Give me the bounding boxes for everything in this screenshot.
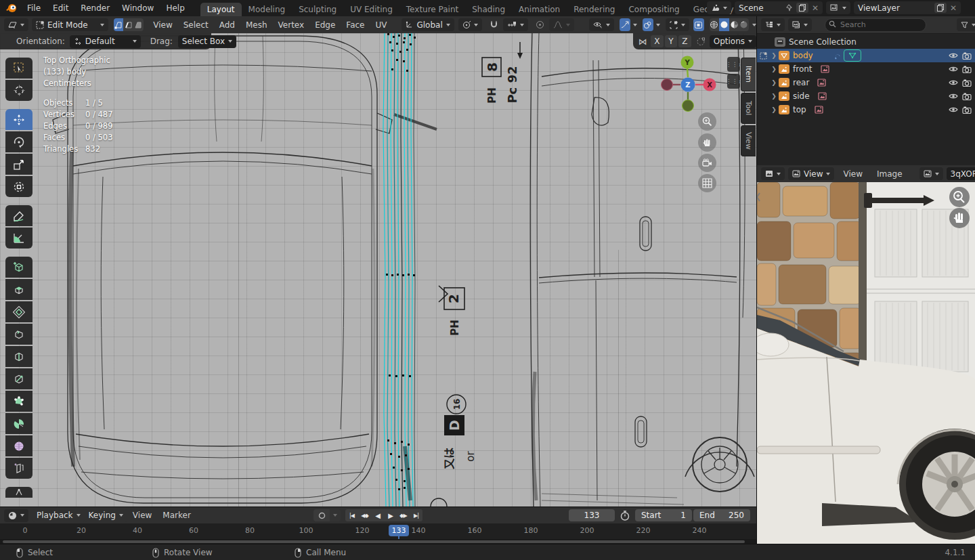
pan-view-button[interactable] [698, 133, 716, 152]
play-button[interactable]: ▶ [384, 509, 397, 521]
viewport-menu-uv[interactable]: UV [370, 20, 392, 30]
disable-render-camera-icon[interactable] [962, 52, 972, 60]
viewlayer-browse-dropdown[interactable] [826, 1, 850, 14]
image-menu-image[interactable]: Image [871, 169, 908, 179]
prev-keyframe-button[interactable]: ◀◆ [358, 509, 371, 521]
workspace-tab-compositing[interactable]: Compositing [622, 3, 686, 16]
proportional-editing-icon[interactable] [534, 20, 547, 29]
tool-bevel[interactable] [5, 324, 32, 345]
scene-browse-dropdown[interactable] [707, 1, 731, 14]
scene-name-field[interactable]: Scene ✕ [735, 1, 823, 14]
jump-to-start-button[interactable]: |◀ [345, 509, 358, 521]
menu-window[interactable]: Window [116, 0, 160, 16]
stopwatch-icon[interactable] [620, 511, 630, 521]
editor-type-dropdown[interactable] [4, 18, 28, 31]
image-editor-type-dropdown[interactable] [761, 167, 785, 180]
outliner-filter-images-dropdown[interactable] [788, 18, 812, 31]
xray-toggle[interactable] [693, 18, 704, 31]
tool-rip-region[interactable] [5, 458, 32, 479]
new-scene-icon[interactable] [796, 3, 808, 13]
outliner-row-body[interactable]: ❯ body [757, 49, 975, 62]
expand-arrow[interactable]: ❯ [769, 52, 779, 59]
shading-rendered-button[interactable] [739, 18, 749, 31]
image-data-icon[interactable] [817, 79, 826, 87]
viewport-menu-select[interactable]: Select [178, 20, 214, 30]
tool-move[interactable] [5, 109, 32, 130]
expand-arrow[interactable]: ❯ [769, 106, 779, 113]
menu-file[interactable]: File [21, 0, 47, 16]
tool-knife[interactable] [5, 368, 32, 389]
viewport-menu-view[interactable]: View [148, 20, 177, 30]
expand-arrow[interactable]: ❯ [769, 93, 779, 100]
snap-toggle-icon[interactable] [488, 20, 501, 29]
tool-spin[interactable] [5, 413, 32, 434]
tool-extrude-region[interactable] [5, 279, 32, 300]
search-input[interactable] [825, 18, 926, 32]
image-data-icon[interactable] [818, 92, 827, 100]
viewport-menu-edge[interactable]: Edge [309, 20, 341, 30]
mirror-z-button[interactable]: Z [678, 35, 691, 47]
mirror-y-button[interactable]: Y [665, 35, 678, 47]
orientation-dropdown[interactable]: Default [70, 35, 141, 48]
disable-render-camera-icon[interactable] [962, 79, 972, 87]
outliner-display-mode-dropdown[interactable] [761, 18, 785, 31]
drag-dropdown[interactable]: Select Box [178, 35, 236, 48]
sidebar-tab-item[interactable]: Item [741, 58, 756, 91]
disable-render-camera-icon[interactable] [962, 66, 972, 73]
gizmo-dropdown-caret[interactable] [633, 24, 637, 26]
new-viewlayer-icon[interactable] [934, 3, 947, 13]
auto-key-toggle[interactable] [313, 509, 330, 521]
zoom-view-button[interactable] [698, 112, 716, 131]
hide-eye-icon[interactable] [949, 93, 958, 100]
timeline-ruler[interactable]: 0 20 40 60 80 100 120 140 160 180 200 22… [0, 523, 756, 539]
viewport-menu-vertex[interactable]: Vertex [273, 20, 310, 30]
object-visibility-dropdown[interactable] [589, 18, 614, 31]
pin-icon[interactable] [786, 4, 793, 12]
vertex-select-mode-button[interactable] [114, 18, 124, 31]
hide-eye-icon[interactable] [949, 52, 958, 60]
tool-add-cube[interactable] [5, 257, 32, 278]
tool-poly-build[interactable] [5, 391, 32, 412]
falloff-dropdown[interactable] [549, 18, 574, 31]
shading-solid-button[interactable] [719, 18, 729, 31]
hide-eye-icon[interactable] [949, 66, 958, 73]
workspace-tab-modeling[interactable]: Modeling [242, 3, 292, 16]
viewport-canvas[interactable]: 8 PH Pc 92 2 PH 16 D 又は or Orientation: [0, 33, 757, 507]
workspace-tab-sculpting[interactable]: Sculpting [292, 3, 343, 16]
tool-rotate[interactable] [5, 131, 32, 152]
workspace-tab-shading[interactable]: Shading [465, 3, 512, 16]
unlink-scene-icon[interactable]: ✕ [812, 3, 819, 13]
workspace-tab-animation[interactable]: Animation [512, 3, 567, 16]
hide-eye-icon[interactable] [949, 79, 958, 87]
menu-render[interactable]: Render [74, 0, 116, 16]
collapsed-panel-handle[interactable]: ⋮⋮› [727, 57, 740, 72]
workspace-tab-rendering[interactable]: Rendering [567, 3, 622, 16]
tool-select-box[interactable] [5, 58, 32, 79]
disable-render-camera-icon[interactable] [962, 106, 972, 114]
timeline-menu-view[interactable]: View [127, 511, 157, 520]
image-zoom-button[interactable] [949, 187, 970, 207]
frame-end-field[interactable]: End250 [693, 509, 750, 521]
jump-to-end-button[interactable]: ▶| [410, 509, 422, 521]
tool-smooth[interactable] [5, 435, 32, 456]
keying-dropdown[interactable]: Keying [85, 509, 127, 522]
gizmo-extras-dropdown[interactable] [666, 18, 689, 31]
viewport-menu-face[interactable]: Face [341, 20, 370, 30]
tool-cursor[interactable] [5, 80, 32, 101]
collapsed-panel-handle-2[interactable]: ⋮⋮› [727, 74, 740, 89]
sidebar-tab-view[interactable]: View [741, 125, 756, 156]
shading-wireframe-button[interactable] [710, 18, 720, 31]
mirror-icon[interactable]: ⋈ [638, 37, 647, 47]
overlays-dropdown-caret[interactable] [656, 24, 660, 26]
outliner-row-front[interactable]: ❯ front [757, 62, 975, 76]
edge-select-mode-button[interactable] [123, 18, 133, 31]
playback-dropdown[interactable]: Playback [32, 509, 85, 522]
face-select-mode-button[interactable] [133, 18, 144, 31]
current-frame-field[interactable]: 133 [569, 509, 615, 521]
image-browse-dropdown[interactable] [919, 167, 943, 180]
transform-orientation-dropdown[interactable]: Global [402, 18, 454, 31]
tool-inset-faces[interactable] [5, 301, 32, 322]
hide-eye-icon[interactable] [949, 106, 958, 114]
expand-arrow[interactable]: ❯ [769, 79, 779, 86]
timeline-editor-type-dropdown[interactable] [4, 509, 28, 522]
